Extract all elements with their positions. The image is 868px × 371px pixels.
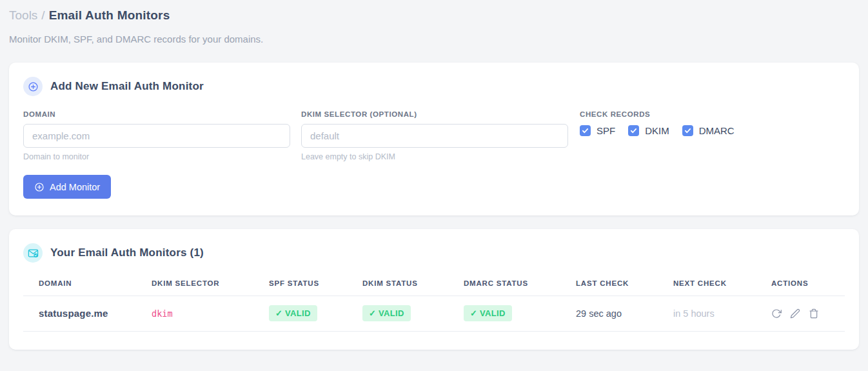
monitors-card-header: Your Email Auth Monitors (1) [23,243,845,263]
check-records-options: SPF DKIM DMARC [580,125,735,136]
add-card-header: Add New Email Auth Monitor [23,77,845,96]
breadcrumb-tools-link[interactable]: Tools [9,8,37,22]
add-card-title: Add New Email Auth Monitor [50,80,204,93]
dmarc-checkbox[interactable] [682,125,693,136]
domain-field-helper: Domain to monitor [23,152,290,161]
row-dkim-selector: dkim [136,296,253,332]
mail-check-icon [23,243,43,263]
dkim-selector-field-group: DKIM SELECTOR (OPTIONAL) Leave empty to … [301,110,568,161]
domain-field-label: DOMAIN [23,110,290,118]
header-spf-status: SPF STATUS [253,272,347,296]
dmarc-status-badge: ✓ VALID [464,305,512,321]
monitors-card-title: Your Email Auth Monitors (1) [50,246,204,259]
dkim-status-badge: ✓ VALID [362,305,411,321]
row-domain: statuspage.me [23,296,136,332]
breadcrumb: Tools/Email Auth Monitors [9,8,859,23]
table-header-row: DOMAIN DKIM SELECTOR SPF STATUS DKIM STA… [23,272,845,296]
page-subtitle: Monitor DKIM, SPF, and DMARC records for… [9,34,859,45]
dkim-checkbox-option[interactable]: DKIM [628,125,669,136]
domain-field-group: DOMAIN Domain to monitor [23,110,290,161]
domain-input[interactable] [23,124,290,148]
spf-checkbox[interactable] [580,125,591,136]
add-monitor-card: Add New Email Auth Monitor DOMAIN Domain… [9,63,859,216]
header-domain: DOMAIN [23,272,136,296]
row-next-check: in 5 hours [658,296,756,332]
email-auth-monitors-page: Tools/Email Auth Monitors Monitor DKIM, … [0,0,868,350]
refresh-icon[interactable] [771,308,782,319]
table-row: statuspage.me dkim ✓ VALID ✓ VALID ✓ VAL… [23,296,845,332]
dkim-checkbox-label: DKIM [645,125,669,136]
spf-checkbox-option[interactable]: SPF [580,125,615,136]
header-actions: ACTIONS [756,272,845,296]
add-monitor-button-label: Add Monitor [50,182,100,192]
header-last-check: LAST CHECK [560,272,658,296]
plus-circle-icon [23,77,43,96]
dkim-selector-field-helper: Leave empty to skip DKIM [301,152,568,161]
spf-status-badge: ✓ VALID [269,305,317,321]
dmarc-checkbox-option[interactable]: DMARC [682,125,735,136]
dkim-selector-field-label: DKIM SELECTOR (OPTIONAL) [301,110,568,118]
monitors-table: DOMAIN DKIM SELECTOR SPF STATUS DKIM STA… [23,272,845,332]
check-records-group: CHECK RECORDS SPF DKIM [580,110,735,136]
trash-icon[interactable] [809,308,819,319]
header-dmarc-status: DMARC STATUS [448,272,560,296]
monitors-list-card: Your Email Auth Monitors (1) DOMAIN DKIM… [9,229,859,350]
header-dkim-status: DKIM STATUS [347,272,448,296]
dmarc-checkbox-label: DMARC [699,125,735,136]
add-monitor-button[interactable]: Add Monitor [23,175,111,199]
dkim-checkbox[interactable] [628,125,639,136]
header-dkim-selector: DKIM SELECTOR [136,272,253,296]
spf-checkbox-label: SPF [597,125,615,136]
row-last-check: 29 sec ago [560,296,658,332]
dkim-selector-input[interactable] [301,124,568,148]
breadcrumb-separator: / [41,8,44,22]
edit-pencil-icon[interactable] [790,308,800,319]
check-records-label: CHECK RECORDS [580,110,735,118]
row-actions [771,308,840,319]
add-monitor-form: DOMAIN Domain to monitor DKIM SELECTOR (… [23,110,845,161]
header-next-check: NEXT CHECK [658,272,756,296]
page-title: Email Auth Monitors [49,8,170,22]
plus-circle-icon [34,182,44,192]
